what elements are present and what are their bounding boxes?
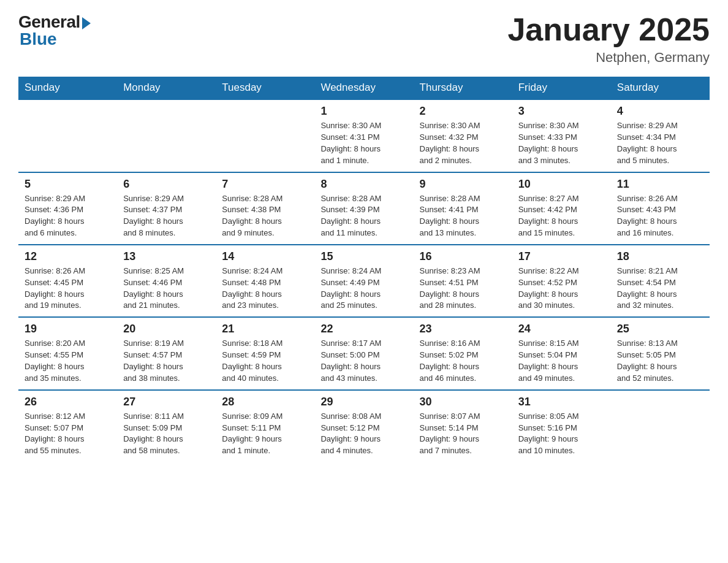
day-info: Sunrise: 8:28 AMSunset: 4:41 PMDaylight:… [420,193,506,239]
day-number: 27 [123,396,210,408]
week-row-1: 1Sunrise: 8:30 AMSunset: 4:31 PMDaylight… [18,99,710,172]
day-number: 22 [320,323,407,335]
day-number: 3 [518,105,605,118]
day-info: Sunrise: 8:24 AMSunset: 4:49 PMDaylight:… [320,266,407,312]
calendar-cell: 23Sunrise: 8:16 AMSunset: 5:02 PMDayligh… [414,317,512,389]
day-number: 12 [25,250,111,263]
day-number: 14 [222,250,308,263]
day-info: Sunrise: 8:30 AMSunset: 4:31 PMDaylight:… [320,120,407,166]
day-number: 26 [25,396,111,408]
day-number: 4 [617,105,703,118]
day-number: 24 [518,323,605,335]
day-info: Sunrise: 8:19 AMSunset: 4:57 PMDaylight:… [123,338,210,384]
day-number: 21 [222,323,308,335]
calendar-cell: 16Sunrise: 8:23 AMSunset: 4:51 PMDayligh… [414,245,512,317]
calendar-cell: 26Sunrise: 8:12 AMSunset: 5:07 PMDayligh… [18,390,117,462]
calendar-cell: 6Sunrise: 8:29 AMSunset: 4:37 PMDaylight… [117,172,216,245]
calendar-cell: 31Sunrise: 8:05 AMSunset: 5:16 PMDayligh… [512,390,611,462]
calendar-cell [216,99,314,172]
calendar-cell: 3Sunrise: 8:30 AMSunset: 4:33 PMDaylight… [512,99,611,172]
day-number: 10 [518,178,605,191]
calendar-cell: 8Sunrise: 8:28 AMSunset: 4:39 PMDaylight… [314,172,413,245]
day-info: Sunrise: 8:20 AMSunset: 4:55 PMDaylight:… [25,338,111,384]
weekday-header-row: SundayMondayTuesdayWednesdayThursdayFrid… [18,77,710,99]
day-number: 5 [25,178,111,191]
calendar-cell [117,99,216,172]
weekday-header-monday: Monday [117,77,216,99]
calendar-cell: 1Sunrise: 8:30 AMSunset: 4:31 PMDaylight… [314,99,413,172]
calendar-cell: 19Sunrise: 8:20 AMSunset: 4:55 PMDayligh… [18,317,117,389]
calendar-cell: 20Sunrise: 8:19 AMSunset: 4:57 PMDayligh… [117,317,216,389]
day-info: Sunrise: 8:27 AMSunset: 4:42 PMDaylight:… [518,193,605,239]
calendar-cell: 29Sunrise: 8:08 AMSunset: 5:12 PMDayligh… [314,390,413,462]
calendar-cell: 24Sunrise: 8:15 AMSunset: 5:04 PMDayligh… [512,317,611,389]
day-info: Sunrise: 8:09 AMSunset: 5:11 PMDaylight:… [222,411,308,457]
day-info: Sunrise: 8:12 AMSunset: 5:07 PMDaylight:… [25,411,111,457]
day-info: Sunrise: 8:28 AMSunset: 4:38 PMDaylight:… [222,193,308,239]
calendar-cell: 30Sunrise: 8:07 AMSunset: 5:14 PMDayligh… [414,390,512,462]
calendar-cell: 21Sunrise: 8:18 AMSunset: 4:59 PMDayligh… [216,317,314,389]
day-number: 1 [320,105,407,118]
day-number: 6 [123,178,210,191]
day-number: 15 [320,250,407,263]
day-number: 31 [518,396,605,408]
day-info: Sunrise: 8:29 AMSunset: 4:37 PMDaylight:… [123,193,210,239]
page-header: General Blue January 2025 Netphen, Germa… [18,12,710,66]
calendar-cell: 11Sunrise: 8:26 AMSunset: 4:43 PMDayligh… [611,172,710,245]
day-info: Sunrise: 8:07 AMSunset: 5:14 PMDaylight:… [420,411,506,457]
logo-arrow-icon [82,17,91,29]
day-number: 9 [420,178,506,191]
day-number: 13 [123,250,210,263]
calendar-cell: 27Sunrise: 8:11 AMSunset: 5:09 PMDayligh… [117,390,216,462]
logo: General Blue [18,12,91,49]
calendar-cell: 22Sunrise: 8:17 AMSunset: 5:00 PMDayligh… [314,317,413,389]
calendar-cell: 14Sunrise: 8:24 AMSunset: 4:48 PMDayligh… [216,245,314,317]
day-number: 19 [25,323,111,335]
calendar-cell: 7Sunrise: 8:28 AMSunset: 4:38 PMDaylight… [216,172,314,245]
calendar-cell: 18Sunrise: 8:21 AMSunset: 4:54 PMDayligh… [611,245,710,317]
weekday-header-wednesday: Wednesday [314,77,413,99]
day-info: Sunrise: 8:26 AMSunset: 4:43 PMDaylight:… [617,193,703,239]
day-info: Sunrise: 8:24 AMSunset: 4:48 PMDaylight:… [222,266,308,312]
calendar-cell: 17Sunrise: 8:22 AMSunset: 4:52 PMDayligh… [512,245,611,317]
day-info: Sunrise: 8:25 AMSunset: 4:46 PMDaylight:… [123,266,210,312]
day-info: Sunrise: 8:26 AMSunset: 4:45 PMDaylight:… [25,266,111,312]
weekday-header-saturday: Saturday [611,77,710,99]
day-info: Sunrise: 8:05 AMSunset: 5:16 PMDaylight:… [518,411,605,457]
location-title: Netphen, Germany [507,50,710,66]
calendar-cell: 25Sunrise: 8:13 AMSunset: 5:05 PMDayligh… [611,317,710,389]
day-info: Sunrise: 8:18 AMSunset: 4:59 PMDaylight:… [222,338,308,384]
calendar-cell: 5Sunrise: 8:29 AMSunset: 4:36 PMDaylight… [18,172,117,245]
day-info: Sunrise: 8:29 AMSunset: 4:36 PMDaylight:… [25,193,111,239]
calendar-cell: 10Sunrise: 8:27 AMSunset: 4:42 PMDayligh… [512,172,611,245]
week-row-3: 12Sunrise: 8:26 AMSunset: 4:45 PMDayligh… [18,245,710,317]
calendar-table: SundayMondayTuesdayWednesdayThursdayFrid… [18,77,710,462]
day-info: Sunrise: 8:30 AMSunset: 4:32 PMDaylight:… [420,120,506,166]
day-info: Sunrise: 8:29 AMSunset: 4:34 PMDaylight:… [617,120,703,166]
day-info: Sunrise: 8:15 AMSunset: 5:04 PMDaylight:… [518,338,605,384]
logo-blue-text: Blue [20,29,57,49]
day-number: 8 [320,178,407,191]
week-row-5: 26Sunrise: 8:12 AMSunset: 5:07 PMDayligh… [18,390,710,462]
calendar-cell [18,99,117,172]
day-number: 2 [420,105,506,118]
day-info: Sunrise: 8:16 AMSunset: 5:02 PMDaylight:… [420,338,506,384]
day-info: Sunrise: 8:22 AMSunset: 4:52 PMDaylight:… [518,266,605,312]
day-number: 20 [123,323,210,335]
day-number: 18 [617,250,703,263]
day-info: Sunrise: 8:23 AMSunset: 4:51 PMDaylight:… [420,266,506,312]
day-number: 30 [420,396,506,408]
day-number: 28 [222,396,308,408]
week-row-2: 5Sunrise: 8:29 AMSunset: 4:36 PMDaylight… [18,172,710,245]
day-info: Sunrise: 8:11 AMSunset: 5:09 PMDaylight:… [123,411,210,457]
calendar-cell [611,390,710,462]
day-number: 17 [518,250,605,263]
day-info: Sunrise: 8:08 AMSunset: 5:12 PMDaylight:… [320,411,407,457]
weekday-header-sunday: Sunday [18,77,117,99]
calendar-cell: 9Sunrise: 8:28 AMSunset: 4:41 PMDaylight… [414,172,512,245]
day-number: 25 [617,323,703,335]
calendar-cell: 2Sunrise: 8:30 AMSunset: 4:32 PMDaylight… [414,99,512,172]
day-number: 23 [420,323,506,335]
day-info: Sunrise: 8:13 AMSunset: 5:05 PMDaylight:… [617,338,703,384]
day-info: Sunrise: 8:17 AMSunset: 5:00 PMDaylight:… [320,338,407,384]
